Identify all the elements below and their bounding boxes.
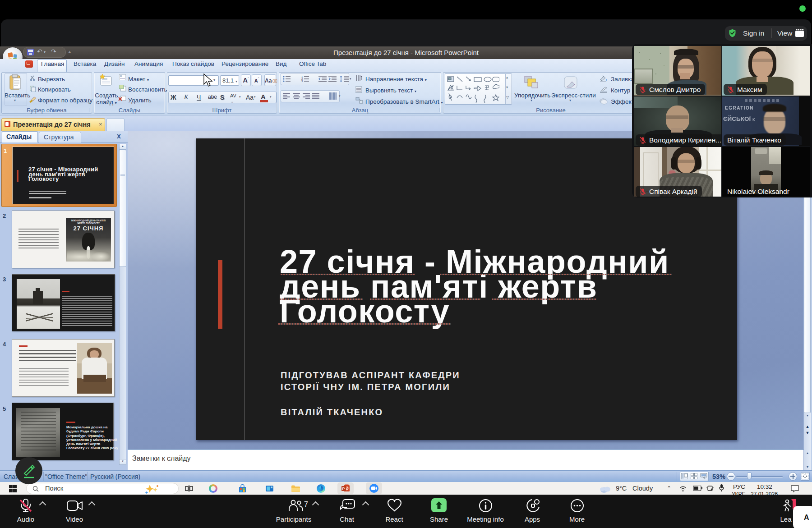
svg-text:P: P [342,487,345,491]
svg-text:3: 3 [301,80,303,82]
